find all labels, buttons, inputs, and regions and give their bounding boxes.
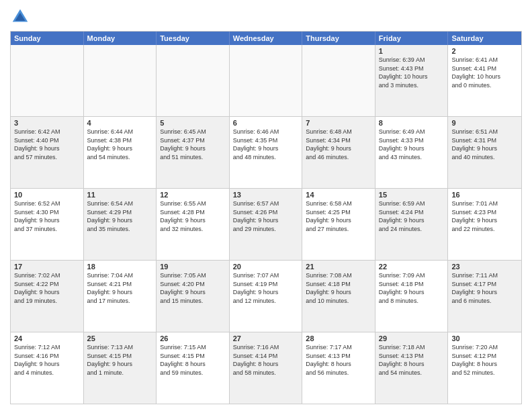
cell-info: Sunrise: 7:11 AM Sunset: 4:17 PM Dayligh… [451, 271, 518, 305]
page: SundayMondayTuesdayWednesdayThursdayFrid… [0, 0, 532, 411]
cell-info: Sunrise: 6:57 AM Sunset: 4:26 PM Dayligh… [233, 199, 299, 233]
calendar-cell-4-4: 28Sunrise: 7:17 AM Sunset: 4:13 PM Dayli… [302, 332, 375, 404]
day-number: 13 [233, 191, 299, 199]
cell-info: Sunrise: 7:13 AM Sunset: 4:15 PM Dayligh… [87, 343, 153, 377]
cell-info: Sunrise: 6:42 AM Sunset: 4:40 PM Dayligh… [14, 128, 80, 161]
calendar-cell-1-3: 6Sunrise: 6:46 AM Sunset: 4:35 PM Daylig… [230, 117, 303, 188]
day-number: 28 [306, 334, 371, 342]
cell-info: Sunrise: 6:39 AM Sunset: 4:43 PM Dayligh… [379, 56, 445, 89]
header-day-saturday: Saturday [448, 32, 521, 45]
header-day-friday: Friday [375, 32, 449, 45]
cell-info: Sunrise: 7:08 AM Sunset: 4:18 PM Dayligh… [306, 271, 371, 305]
calendar-cell-1-0: 3Sunrise: 6:42 AM Sunset: 4:40 PM Daylig… [11, 117, 84, 188]
cell-info: Sunrise: 7:15 AM Sunset: 4:15 PM Dayligh… [160, 343, 226, 377]
cell-info: Sunrise: 6:49 AM Sunset: 4:33 PM Dayligh… [379, 128, 445, 161]
calendar-row-3: 17Sunrise: 7:02 AM Sunset: 4:22 PM Dayli… [11, 260, 521, 332]
day-number: 8 [379, 119, 445, 127]
calendar-cell-0-4 [302, 45, 375, 116]
day-number: 17 [14, 263, 80, 271]
calendar-cell-4-0: 24Sunrise: 7:12 AM Sunset: 4:16 PM Dayli… [11, 332, 84, 404]
day-number: 12 [160, 191, 226, 199]
day-number: 6 [233, 119, 299, 127]
calendar: SundayMondayTuesdayWednesdayThursdayFrid… [10, 31, 522, 404]
calendar-cell-2-0: 10Sunrise: 6:52 AM Sunset: 4:30 PM Dayli… [11, 189, 84, 260]
day-number: 29 [379, 334, 445, 342]
day-number: 25 [87, 334, 153, 342]
calendar-cell-0-2 [157, 45, 230, 116]
calendar-cell-1-4: 7Sunrise: 6:48 AM Sunset: 4:34 PM Daylig… [302, 117, 375, 188]
cell-info: Sunrise: 7:05 AM Sunset: 4:20 PM Dayligh… [160, 271, 226, 305]
calendar-row-0: 1Sunrise: 6:39 AM Sunset: 4:43 PM Daylig… [11, 45, 521, 116]
cell-info: Sunrise: 7:07 AM Sunset: 4:19 PM Dayligh… [233, 271, 299, 305]
cell-info: Sunrise: 6:44 AM Sunset: 4:38 PM Dayligh… [87, 128, 153, 161]
calendar-cell-4-1: 25Sunrise: 7:13 AM Sunset: 4:15 PM Dayli… [84, 332, 157, 404]
calendar-cell-1-6: 9Sunrise: 6:51 AM Sunset: 4:31 PM Daylig… [448, 117, 521, 188]
day-number: 11 [87, 191, 153, 199]
day-number: 5 [160, 119, 226, 127]
day-number: 22 [379, 263, 445, 271]
calendar-cell-0-5: 1Sunrise: 6:39 AM Sunset: 4:43 PM Daylig… [375, 45, 449, 116]
header-day-wednesday: Wednesday [230, 32, 303, 45]
calendar-cell-4-2: 26Sunrise: 7:15 AM Sunset: 4:15 PM Dayli… [157, 332, 230, 404]
calendar-cell-1-5: 8Sunrise: 6:49 AM Sunset: 4:33 PM Daylig… [375, 117, 449, 188]
header [10, 7, 522, 27]
day-number: 18 [87, 263, 153, 271]
header-day-tuesday: Tuesday [157, 32, 230, 45]
cell-info: Sunrise: 6:54 AM Sunset: 4:29 PM Dayligh… [87, 199, 153, 233]
calendar-cell-2-3: 13Sunrise: 6:57 AM Sunset: 4:26 PM Dayli… [230, 189, 303, 260]
calendar-cell-2-4: 14Sunrise: 6:58 AM Sunset: 4:25 PM Dayli… [302, 189, 375, 260]
calendar-cell-2-1: 11Sunrise: 6:54 AM Sunset: 4:29 PM Dayli… [84, 189, 157, 260]
logo-icon [10, 7, 30, 27]
cell-info: Sunrise: 7:01 AM Sunset: 4:23 PM Dayligh… [451, 199, 518, 233]
calendar-cell-4-6: 30Sunrise: 7:20 AM Sunset: 4:12 PM Dayli… [448, 332, 521, 404]
day-number: 27 [233, 334, 299, 342]
day-number: 26 [160, 334, 226, 342]
day-number: 16 [451, 191, 518, 199]
calendar-cell-4-3: 27Sunrise: 7:16 AM Sunset: 4:14 PM Dayli… [230, 332, 303, 404]
day-number: 3 [14, 119, 80, 127]
day-number: 4 [87, 119, 153, 127]
cell-info: Sunrise: 7:04 AM Sunset: 4:21 PM Dayligh… [87, 271, 153, 305]
calendar-header: SundayMondayTuesdayWednesdayThursdayFrid… [11, 32, 521, 45]
calendar-cell-2-5: 15Sunrise: 6:59 AM Sunset: 4:24 PM Dayli… [375, 189, 449, 260]
calendar-body: 1Sunrise: 6:39 AM Sunset: 4:43 PM Daylig… [11, 45, 521, 404]
day-number: 24 [14, 334, 80, 342]
cell-info: Sunrise: 7:18 AM Sunset: 4:13 PM Dayligh… [379, 343, 445, 377]
calendar-cell-0-6: 2Sunrise: 6:41 AM Sunset: 4:41 PM Daylig… [448, 45, 521, 116]
calendar-cell-3-1: 18Sunrise: 7:04 AM Sunset: 4:21 PM Dayli… [84, 261, 157, 332]
cell-info: Sunrise: 7:20 AM Sunset: 4:12 PM Dayligh… [451, 343, 518, 377]
calendar-cell-2-6: 16Sunrise: 7:01 AM Sunset: 4:23 PM Dayli… [448, 189, 521, 260]
cell-info: Sunrise: 6:46 AM Sunset: 4:35 PM Dayligh… [233, 128, 299, 161]
day-number: 23 [451, 263, 518, 271]
cell-info: Sunrise: 7:09 AM Sunset: 4:18 PM Dayligh… [379, 271, 445, 305]
cell-info: Sunrise: 6:55 AM Sunset: 4:28 PM Dayligh… [160, 199, 226, 233]
logo [10, 7, 33, 27]
calendar-cell-3-3: 20Sunrise: 7:07 AM Sunset: 4:19 PM Dayli… [230, 261, 303, 332]
cell-info: Sunrise: 6:59 AM Sunset: 4:24 PM Dayligh… [379, 199, 445, 233]
cell-info: Sunrise: 7:12 AM Sunset: 4:16 PM Dayligh… [14, 343, 80, 377]
cell-info: Sunrise: 6:51 AM Sunset: 4:31 PM Dayligh… [451, 128, 518, 161]
cell-info: Sunrise: 6:52 AM Sunset: 4:30 PM Dayligh… [14, 199, 80, 233]
calendar-cell-0-0 [11, 45, 84, 116]
day-number: 10 [14, 191, 80, 199]
calendar-cell-3-5: 22Sunrise: 7:09 AM Sunset: 4:18 PM Dayli… [375, 261, 449, 332]
calendar-cell-4-5: 29Sunrise: 7:18 AM Sunset: 4:13 PM Dayli… [375, 332, 449, 404]
calendar-cell-3-6: 23Sunrise: 7:11 AM Sunset: 4:17 PM Dayli… [448, 261, 521, 332]
calendar-row-4: 24Sunrise: 7:12 AM Sunset: 4:16 PM Dayli… [11, 332, 521, 404]
day-number: 15 [379, 191, 445, 199]
cell-info: Sunrise: 6:48 AM Sunset: 4:34 PM Dayligh… [306, 128, 371, 161]
header-day-monday: Monday [84, 32, 157, 45]
day-number: 21 [306, 263, 371, 271]
day-number: 30 [451, 334, 518, 342]
cell-info: Sunrise: 6:41 AM Sunset: 4:41 PM Dayligh… [451, 56, 518, 89]
calendar-cell-3-4: 21Sunrise: 7:08 AM Sunset: 4:18 PM Dayli… [302, 261, 375, 332]
cell-info: Sunrise: 7:02 AM Sunset: 4:22 PM Dayligh… [14, 271, 80, 305]
calendar-cell-0-1 [84, 45, 157, 116]
day-number: 9 [451, 119, 518, 127]
calendar-cell-1-2: 5Sunrise: 6:45 AM Sunset: 4:37 PM Daylig… [157, 117, 230, 188]
cell-info: Sunrise: 6:58 AM Sunset: 4:25 PM Dayligh… [306, 199, 371, 233]
calendar-cell-0-3 [230, 45, 303, 116]
day-number: 14 [306, 191, 371, 199]
header-day-sunday: Sunday [11, 32, 84, 45]
day-number: 1 [379, 47, 445, 55]
